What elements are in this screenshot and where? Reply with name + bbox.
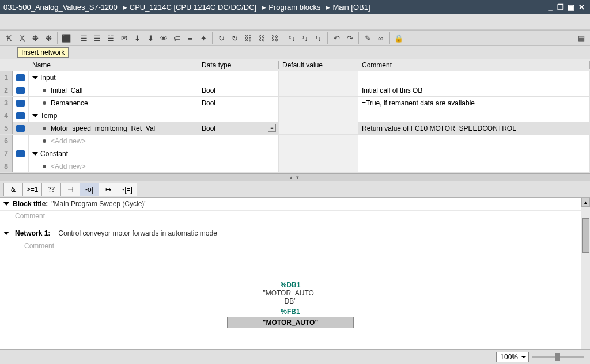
var-default-cell[interactable] xyxy=(279,84,358,96)
tb-refresh1-icon[interactable]: ↻ xyxy=(215,32,228,44)
var-name-cell[interactable]: Temp xyxy=(29,109,198,122)
breadcrumb-part[interactable]: Program blocks xyxy=(268,3,320,12)
var-type-cell[interactable] xyxy=(198,71,279,84)
block-title-value[interactable]: "Main Program Sweep (Cycle)" xyxy=(51,200,146,208)
breadcrumb-part[interactable]: Main [OB1] xyxy=(332,3,370,12)
var-name-cell[interactable]: Input xyxy=(29,71,198,84)
tb-comment-icon[interactable]: ✉ xyxy=(118,32,130,44)
zoom-select[interactable]: 100% xyxy=(496,352,529,362)
program-element-button[interactable]: >=1 xyxy=(22,183,42,196)
var-default-cell[interactable] xyxy=(279,160,358,172)
table-row[interactable]: 1Input xyxy=(0,71,590,84)
close-button[interactable]: ✕ xyxy=(576,3,587,12)
tb-outdent-icon[interactable]: ☰ xyxy=(91,32,104,44)
table-row[interactable]: 5Motor_speed_monitoring_Ret_ValBool≡Retu… xyxy=(0,122,590,135)
var-type-cell[interactable] xyxy=(198,109,279,122)
tb-eq-icon[interactable]: ☱ xyxy=(104,32,117,44)
minimize-button[interactable]: _ xyxy=(545,3,555,12)
var-comment-cell[interactable]: Return value of FC10 MOTOR_SPEEDCONTROL xyxy=(358,122,590,134)
program-element-button[interactable]: ↦ xyxy=(99,183,118,196)
var-comment-cell[interactable] xyxy=(358,147,590,160)
var-name-cell[interactable]: Constant xyxy=(29,147,198,160)
var-name-cell[interactable]: <Add new> xyxy=(29,135,198,147)
col-type[interactable]: Data type xyxy=(198,61,279,69)
program-element-button[interactable]: ⊣ xyxy=(60,183,80,196)
breadcrumb-part[interactable]: CPU_1214C [CPU 1214C DC/DC/DC] xyxy=(130,3,256,12)
tb-tag-icon[interactable]: 🏷 xyxy=(171,32,183,44)
maximize-button[interactable]: ▣ xyxy=(566,3,576,12)
tb-link3-icon[interactable]: ⛓ xyxy=(268,32,281,44)
restore-button[interactable]: ❐ xyxy=(555,3,566,12)
tb-light2-icon[interactable]: ❋ xyxy=(42,32,55,44)
var-comment-cell[interactable]: =True, if remanent data are available xyxy=(358,97,590,109)
var-name-cell[interactable]: Remanence xyxy=(29,97,198,109)
network-desc[interactable]: Control conveyor motor forwards in autom… xyxy=(58,229,217,237)
table-row[interactable]: 8<Add new> xyxy=(0,160,590,173)
vertical-scrollbar[interactable]: ▴ ▾ xyxy=(581,198,590,364)
var-type-cell[interactable] xyxy=(198,135,279,147)
breadcrumb-part[interactable]: 031-500_Analog_Values_S7-1200 xyxy=(3,3,118,12)
block-title-row[interactable]: Block title: "Main Program Sweep (Cycle)… xyxy=(0,198,581,211)
tb-list-icon[interactable]: ≡ xyxy=(184,32,196,44)
var-default-cell[interactable] xyxy=(279,135,358,147)
tb-panel-icon[interactable]: ▤ xyxy=(575,32,588,44)
col-comment[interactable]: Comment xyxy=(358,61,590,69)
collapse-icon[interactable] xyxy=(3,232,9,235)
var-comment-cell[interactable] xyxy=(358,71,590,84)
var-comment-cell[interactable] xyxy=(358,109,590,122)
var-name-cell[interactable]: Initial_Call xyxy=(29,84,198,96)
block-comment[interactable]: Comment xyxy=(0,211,581,226)
tb-undo-icon[interactable]: ↶ xyxy=(330,32,343,44)
tb-link1-icon[interactable]: ⛓ xyxy=(241,32,254,44)
network-comment[interactable]: Comment xyxy=(0,241,581,258)
collapse-icon[interactable] xyxy=(3,202,9,206)
var-comment-cell[interactable] xyxy=(358,135,590,147)
tb-redo-icon[interactable]: ↷ xyxy=(343,32,356,44)
tb-compile-icon[interactable]: ⬛ xyxy=(60,32,73,44)
col-name[interactable]: Name xyxy=(29,61,198,69)
var-default-cell[interactable] xyxy=(279,97,358,109)
table-row[interactable]: 7Constant xyxy=(0,147,590,160)
tb-refresh2-icon[interactable]: ↻ xyxy=(228,32,241,44)
table-row[interactable]: 4Temp xyxy=(0,109,590,122)
tb-kx-icon[interactable]: Ҟ xyxy=(2,32,15,44)
table-row[interactable]: 3RemanenceBool=True, if remanent data ar… xyxy=(0,97,590,109)
tb-c1-icon[interactable]: ᶜ↓ xyxy=(286,32,298,44)
var-type-cell[interactable] xyxy=(198,160,279,172)
scroll-up-icon[interactable]: ▴ xyxy=(581,198,590,207)
tb-indent-icon[interactable]: ☰ xyxy=(78,32,90,44)
fb-call-block[interactable]: %DB1 "MOTOR_AUTO_ DB" %FB1 "MOTOR_AUTO" xyxy=(227,281,354,328)
program-element-button[interactable]: ⁇ xyxy=(41,183,61,196)
var-name-cell[interactable]: Motor_speed_monitoring_Ret_Val xyxy=(29,122,198,134)
tb-download2-icon[interactable]: ⬇ xyxy=(144,32,157,44)
scroll-thumb[interactable] xyxy=(582,218,589,253)
tb-download1-icon[interactable]: ⬇ xyxy=(131,32,143,44)
var-default-cell[interactable] xyxy=(279,122,358,134)
var-default-cell[interactable] xyxy=(279,147,358,160)
var-default-cell[interactable] xyxy=(279,109,358,122)
var-default-cell[interactable] xyxy=(279,71,358,84)
tb-link2-icon[interactable]: ⛓ xyxy=(255,32,267,44)
zoom-thumb[interactable] xyxy=(555,353,560,361)
var-name-cell[interactable]: <Add new> xyxy=(29,160,198,172)
network-header[interactable]: Network 1: Control conveyor motor forwar… xyxy=(0,226,581,241)
var-type-cell[interactable] xyxy=(198,147,279,160)
program-element-button[interactable]: & xyxy=(3,183,23,196)
tb-tool2-icon[interactable]: ∞ xyxy=(375,32,387,44)
tb-monitor-icon[interactable]: 👁 xyxy=(157,32,170,44)
var-comment-cell[interactable] xyxy=(358,160,590,172)
type-picker-icon[interactable]: ≡ xyxy=(268,124,276,132)
tb-tool1-icon[interactable]: ✎ xyxy=(361,32,374,44)
splitter[interactable]: ▴ ▾ xyxy=(0,173,590,181)
tb-star-icon[interactable]: ✦ xyxy=(197,32,210,44)
tb-c2-icon[interactable]: ᶦ↓ xyxy=(299,32,312,44)
program-element-button[interactable]: -o| xyxy=(80,183,99,196)
tb-lock-icon[interactable]: 🔒 xyxy=(392,32,405,44)
col-default[interactable]: Default value xyxy=(279,61,358,69)
tb-x-icon[interactable]: Ҳ xyxy=(16,32,28,44)
table-row[interactable]: 6<Add new> xyxy=(0,135,590,147)
table-row[interactable]: 2Initial_CallBoolInitial call of this OB xyxy=(0,84,590,97)
zoom-slider[interactable] xyxy=(532,356,584,358)
tb-light1-icon[interactable]: ❋ xyxy=(29,32,41,44)
var-type-cell[interactable]: Bool≡ xyxy=(198,122,279,134)
